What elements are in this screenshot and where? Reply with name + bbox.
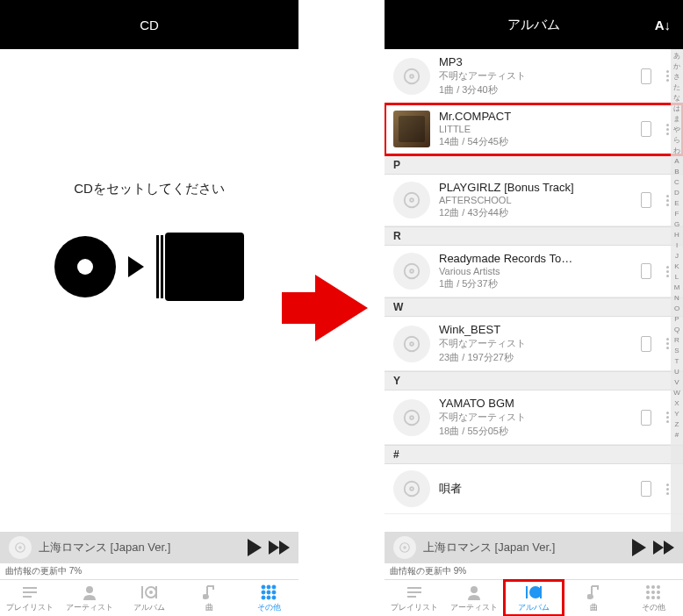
left-header: CD — [0, 0, 298, 49]
tab-artist[interactable]: アーティスト — [60, 580, 119, 616]
index-letter[interactable]: H — [671, 230, 683, 240]
tab-playlist[interactable]: プレイリスト — [0, 580, 60, 616]
index-letter[interactable]: K — [671, 261, 683, 272]
index-letter[interactable]: O — [671, 304, 683, 314]
svg-point-33 — [404, 547, 406, 548]
right-header: アルバム A↓ — [385, 0, 683, 49]
svg-point-11 — [262, 585, 265, 589]
tab-song[interactable]: 曲 — [179, 580, 239, 616]
album-art-placeholder-icon — [393, 399, 430, 436]
mini-player[interactable]: 上海ロマンス [Japan Ver.] — [0, 532, 298, 563]
index-letter[interactable]: U — [671, 367, 683, 377]
album-title: PLAYGIRLZ [Bonus Track] — [439, 181, 632, 194]
device-icon — [641, 336, 651, 352]
index-letter[interactable]: N — [671, 293, 683, 304]
index-letter[interactable]: わ — [671, 146, 683, 156]
album-meta: 23曲 / 197分27秒 — [439, 351, 632, 364]
svg-point-10 — [203, 595, 208, 598]
disc-icon — [54, 236, 116, 297]
index-letter[interactable]: あ — [671, 51, 683, 61]
tab-other[interactable]: その他 — [239, 580, 298, 616]
index-letter[interactable]: P — [671, 314, 683, 325]
album-meta: 1曲 / 5分37秒 — [439, 277, 632, 290]
index-letter[interactable]: D — [671, 188, 683, 198]
album-row[interactable]: Readymade Records To…Various Artists1曲 /… — [385, 246, 683, 297]
svg-point-26 — [405, 336, 420, 351]
index-letter[interactable]: Q — [671, 325, 683, 335]
tab-playlist-r[interactable]: プレイリスト — [385, 580, 444, 616]
index-letter[interactable]: ら — [671, 135, 683, 146]
section-header: R — [385, 226, 683, 246]
index-letter[interactable]: は — [671, 104, 683, 114]
index-letter[interactable]: I — [671, 240, 683, 251]
index-letter[interactable]: B — [671, 167, 683, 177]
index-letter[interactable]: A — [671, 156, 683, 167]
album-meta: 18曲 / 55分05秒 — [439, 425, 632, 438]
album-list-wrap: MP3不明なアーティスト1曲 / 3分40秒Mr.COMPACTLITTLE14… — [385, 49, 683, 532]
index-letter[interactable]: T — [671, 356, 683, 367]
album-artist: 不明なアーティスト — [439, 411, 632, 424]
index-letter[interactable]: # — [671, 430, 683, 441]
index-letter[interactable]: X — [671, 398, 683, 409]
index-letter[interactable]: M — [671, 283, 683, 293]
tab-other-r[interactable]: その他 — [623, 580, 683, 616]
album-art-placeholder-icon — [393, 326, 430, 362]
album-title: Readymade Records To… — [439, 252, 632, 265]
album-art — [393, 111, 430, 147]
index-letter[interactable]: L — [671, 272, 683, 283]
index-letter[interactable]: J — [671, 251, 683, 261]
sort-button[interactable]: A↓ — [655, 18, 671, 32]
tab-artist-r[interactable]: アーティスト — [444, 580, 504, 616]
index-letter[interactable]: な — [671, 93, 683, 104]
album-row[interactable]: Wink_BEST不明なアーティスト23曲 / 197分27秒 — [385, 317, 683, 371]
big-arrow-icon — [315, 275, 368, 341]
album-list[interactable]: MP3不明なアーティスト1曲 / 3分40秒Mr.COMPACTLITTLE14… — [385, 49, 683, 532]
device-icon — [641, 121, 651, 137]
device-icon — [641, 410, 651, 426]
play-button[interactable] — [248, 539, 262, 556]
album-row[interactable]: 唄者 — [385, 464, 683, 514]
album-row[interactable]: Mr.COMPACTLITTLE14曲 / 54分45秒 — [385, 104, 683, 155]
index-letter[interactable]: W — [671, 388, 683, 398]
index-letter[interactable]: た — [671, 82, 683, 93]
index-letter[interactable]: E — [671, 198, 683, 209]
album-row[interactable]: PLAYGIRLZ [Bonus Track]AFTERSCHOOL12曲 / … — [385, 175, 683, 226]
player-track-title-right: 上海ロマンス [Japan Ver.] — [423, 540, 625, 555]
index-letter[interactable]: ま — [671, 114, 683, 125]
index-letter[interactable]: Y — [671, 409, 683, 419]
index-letter[interactable]: C — [671, 177, 683, 188]
index-letter[interactable]: V — [671, 377, 683, 388]
tab-bar-right: プレイリスト アーティスト アルバム 曲 その他 — [385, 579, 683, 616]
tray-icon — [156, 233, 244, 301]
index-letter[interactable]: Z — [671, 419, 683, 430]
mini-player-right[interactable]: 上海ロマンス [Japan Ver.] — [385, 532, 683, 563]
section-header: P — [385, 155, 683, 175]
section-header: # — [385, 445, 683, 464]
tab-song-r[interactable]: 曲 — [564, 580, 623, 616]
index-letter[interactable]: さ — [671, 72, 683, 82]
album-row[interactable]: YAMATO BGM不明なアーティスト18曲 / 55分05秒 — [385, 390, 683, 445]
next-button-right[interactable] — [653, 541, 674, 555]
album-title: Wink_BEST — [439, 323, 632, 336]
index-letter[interactable]: か — [671, 61, 683, 72]
next-button[interactable] — [269, 541, 290, 555]
tab-album[interactable]: アルバム — [119, 580, 179, 616]
index-letter[interactable]: F — [671, 209, 683, 219]
index-letter[interactable]: G — [671, 219, 683, 230]
album-info: Mr.COMPACTLITTLE14曲 / 54分45秒 — [439, 110, 632, 148]
play-button-right[interactable] — [632, 539, 646, 556]
svg-point-29 — [410, 416, 413, 419]
album-title: YAMATO BGM — [439, 397, 632, 410]
index-letter[interactable]: R — [671, 335, 683, 346]
album-meta: 1曲 / 3分40秒 — [439, 83, 632, 97]
index-letter[interactable]: や — [671, 125, 683, 135]
svg-point-46 — [646, 591, 650, 594]
album-row[interactable]: MP3不明なアーティスト1曲 / 3分40秒 — [385, 49, 683, 104]
album-artist: 不明なアーティスト — [439, 69, 632, 82]
svg-point-12 — [267, 585, 270, 589]
tab-album-r[interactable]: アルバム — [504, 580, 564, 616]
index-letter[interactable]: S — [671, 346, 683, 356]
index-bar[interactable]: あかさたなはまやらわABCDEFGHIJKLMNOPQRSTUVWXYZ# — [671, 49, 683, 532]
left-phone: CD CDをセットしてください 上海ロマンス [Japan Ver.] 曲情報の… — [0, 0, 298, 616]
svg-point-50 — [651, 596, 655, 599]
